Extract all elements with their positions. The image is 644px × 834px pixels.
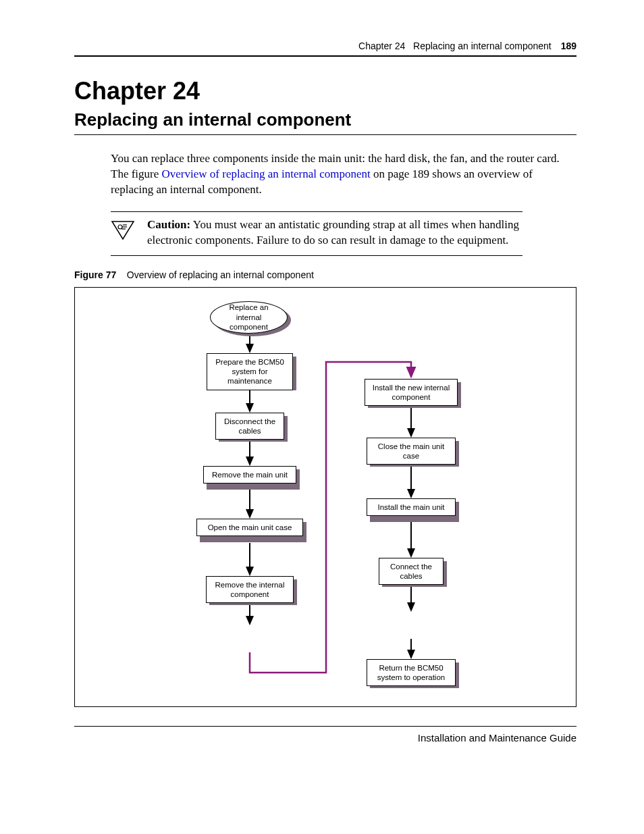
page-number: 189 xyxy=(561,41,576,51)
flow-node: Return the BCM50 system to operation xyxy=(367,659,456,687)
caution-bottom-rule xyxy=(111,255,522,256)
caution-icon xyxy=(111,217,138,243)
node-text: Prepare the BCM50 system for maintenance xyxy=(215,358,284,386)
figure-caption: Figure 77 Overview of replacing an inter… xyxy=(74,269,576,280)
caution-label: Caution: xyxy=(147,218,190,231)
node-text: Remove the main unit xyxy=(212,471,288,479)
header-rule xyxy=(74,55,576,57)
caution-block: Caution: You must wear an antistatic gro… xyxy=(111,211,522,256)
flow-node-start: Replace an internal component xyxy=(210,301,288,334)
node-text: Connect the cables xyxy=(390,563,432,580)
flow-node: Open the main unit case xyxy=(196,519,303,536)
title-rule xyxy=(74,134,576,135)
flow-node: Remove the main unit xyxy=(203,466,296,484)
node-text: Return the BCM50 system to operation xyxy=(377,664,445,681)
node-text: Install the main unit xyxy=(377,503,444,511)
footer-text: Installation and Maintenance Guide xyxy=(74,732,576,744)
chapter-title: Replacing an internal component xyxy=(74,109,576,130)
chapter-number: Chapter 24 xyxy=(74,77,576,105)
header-chapter: Chapter 24 xyxy=(358,41,405,51)
figure-title: Overview of replacing an internal compon… xyxy=(127,269,314,280)
footer-rule xyxy=(74,726,576,727)
xref-link[interactable]: Overview of replacing an internal compon… xyxy=(162,167,371,180)
svg-marker-0 xyxy=(112,221,134,239)
flow-node: Close the main unit case xyxy=(367,438,456,465)
caution-text: Caution: You must wear an antistatic gro… xyxy=(138,217,522,249)
caution-body: You must wear an antistatic grounding st… xyxy=(147,218,519,246)
flow-node: Install the new internal component xyxy=(365,379,458,407)
figure-label: Figure 77 xyxy=(74,269,116,280)
flow-node: Prepare the BCM50 system for maintenance xyxy=(207,353,293,390)
flow-node: Disconnect the cables xyxy=(215,413,284,440)
page: Chapter 24 Replacing an internal compone… xyxy=(0,0,644,834)
flow-lines xyxy=(75,288,576,706)
node-text: Disconnect the cables xyxy=(224,417,275,435)
node-text: Replace an internal component xyxy=(216,303,281,332)
running-header: Chapter 24 Replacing an internal compone… xyxy=(74,41,576,51)
figure-box: Replace an internal component Prepare th… xyxy=(74,287,576,707)
header-title: Replacing an internal component xyxy=(413,41,552,51)
node-text: Close the main unit case xyxy=(378,442,444,460)
flow-node: Connect the cables xyxy=(379,558,444,585)
intro-paragraph: You can replace three components inside … xyxy=(111,151,576,198)
node-text: Install the new internal component xyxy=(373,384,450,401)
node-text: Open the main unit case xyxy=(208,523,292,531)
flow-node: Install the main unit xyxy=(367,498,456,516)
svg-point-1 xyxy=(118,225,122,229)
node-text: Remove the internal component xyxy=(215,581,285,598)
flow-node: Remove the internal component xyxy=(206,576,294,604)
